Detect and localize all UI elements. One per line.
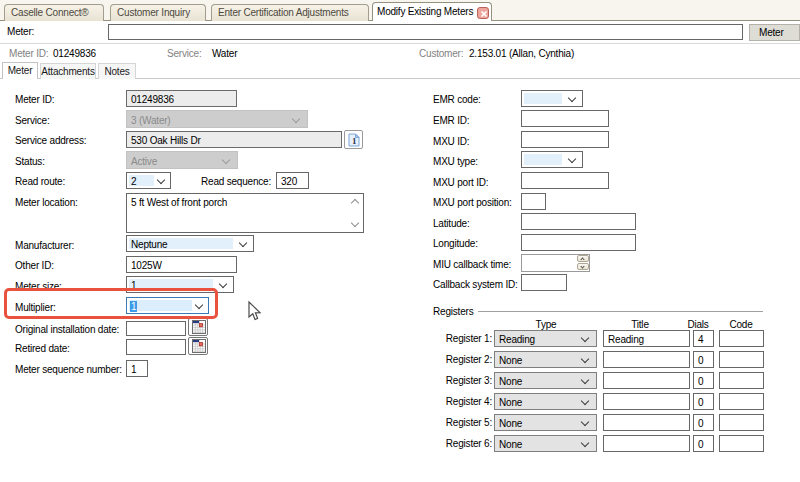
svg-text:1: 1 [352, 136, 357, 146]
